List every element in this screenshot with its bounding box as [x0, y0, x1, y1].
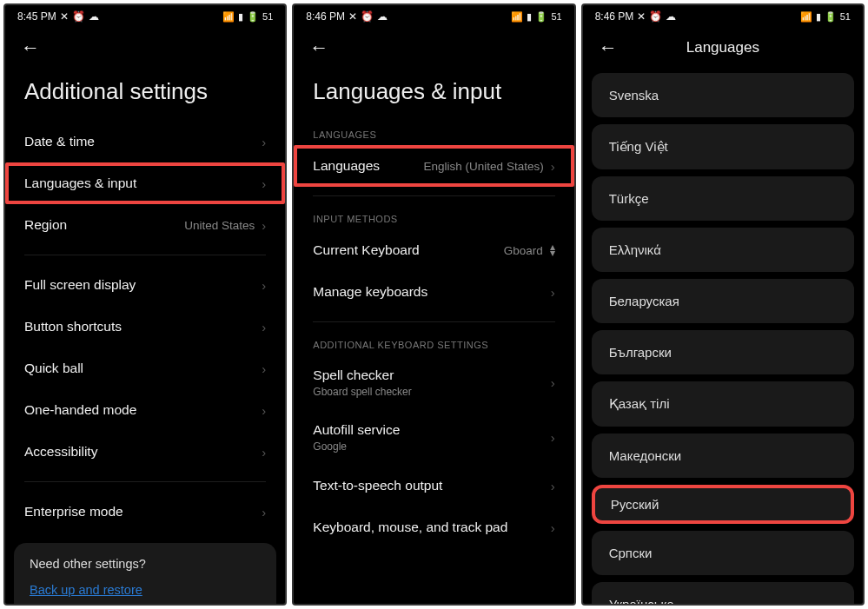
- chevron-right-icon: ›: [262, 505, 266, 520]
- settings-row[interactable]: Date & time›: [5, 121, 285, 162]
- divider: [24, 255, 266, 255]
- row-label: Quick ball: [24, 361, 83, 376]
- language-item[interactable]: Български: [592, 330, 854, 374]
- language-list: SvenskaTiếng ViệtTürkçeΕλληνικάБеларуска…: [583, 73, 863, 604]
- settings-row[interactable]: Text-to-speech output›: [294, 465, 573, 506]
- page-title: Additional settings: [5, 63, 285, 121]
- language-item[interactable]: Tiếng Việt: [592, 124, 854, 169]
- back-arrow-icon[interactable]: ←: [599, 36, 618, 59]
- chevron-right-icon: ›: [551, 479, 555, 493]
- language-item[interactable]: Русский: [592, 485, 854, 524]
- footer-link[interactable]: Back up and restore: [30, 583, 261, 597]
- language-item[interactable]: Беларуская: [592, 279, 854, 323]
- alarm-icon: ⏰: [72, 10, 85, 23]
- row-label: Accessibility: [24, 444, 97, 460]
- settings-row[interactable]: RegionUnited States›: [5, 204, 285, 246]
- chevron-right-icon: ›: [262, 278, 266, 293]
- alarm-icon: ⏰: [361, 10, 374, 23]
- section-label-input: INPUT METHODS: [294, 205, 573, 229]
- dnd-icon: ✕: [637, 10, 646, 23]
- alarm-icon: ⏰: [649, 10, 662, 23]
- language-item[interactable]: Türkçe: [592, 176, 854, 221]
- language-item[interactable]: Македонски: [592, 434, 854, 478]
- header: ←: [294, 28, 573, 63]
- language-item[interactable]: Ελληνικά: [592, 228, 854, 272]
- footer-question: Need other settings?: [30, 557, 261, 571]
- battery-icon: 🔋: [535, 11, 547, 23]
- settings-row[interactable]: Accessibility›: [5, 431, 285, 473]
- row-sublabel: Google: [313, 440, 400, 453]
- content: LANGUAGES Languages English (United Stat…: [294, 121, 573, 604]
- row-label: Full screen display: [24, 277, 136, 293]
- content: Date & time›Languages & input›RegionUnit…: [5, 121, 285, 604]
- settings-row[interactable]: Full screen display›: [5, 264, 285, 306]
- language-item[interactable]: Українська: [592, 582, 854, 604]
- row-label: Languages & input: [24, 175, 136, 191]
- row-value: United States: [184, 219, 255, 232]
- row-label: Text-to-speech output: [313, 478, 442, 493]
- row-label: Date & time: [24, 134, 95, 149]
- chevron-right-icon: ›: [262, 135, 266, 149]
- status-time: 8:46 PM: [306, 10, 345, 23]
- row-label: Autofill service: [313, 422, 400, 438]
- divider: [24, 481, 266, 482]
- cloud-icon: ☁: [89, 10, 99, 23]
- settings-row[interactable]: One-handed mode›: [5, 389, 285, 431]
- signal-icon: ▮: [816, 11, 821, 23]
- chevron-right-icon: ›: [262, 445, 266, 460]
- language-item[interactable]: Қазақ тілі: [592, 381, 854, 427]
- chevron-right-icon: ›: [551, 375, 555, 390]
- header: ←: [5, 28, 285, 63]
- settings-row[interactable]: Keyboard, mouse, and track pad›: [294, 506, 573, 548]
- row-label: Keyboard, mouse, and track pad: [313, 520, 507, 535]
- section-label-additional: ADDITIONAL KEYBOARD SETTINGS: [294, 331, 573, 355]
- status-bar: 8:45 PM ✕ ⏰ ☁ 📶 ▮ 🔋 51: [5, 5, 285, 28]
- settings-row[interactable]: Manage keyboards›: [294, 271, 573, 313]
- phone-screen-2: 8:46 PM ✕ ⏰ ☁ 📶 ▮ 🔋 51 ← Languages & inp…: [292, 3, 575, 606]
- battery-icon: 🔋: [247, 11, 259, 23]
- footer-card: Need other settings? Back up and restore: [14, 543, 276, 604]
- back-arrow-icon[interactable]: ←: [309, 36, 328, 59]
- row-label: Button shortcuts: [24, 319, 122, 334]
- status-time: 8:45 PM: [17, 10, 56, 23]
- chevron-right-icon: ›: [262, 176, 266, 191]
- settings-row[interactable]: Spell checkerGboard spell checker›: [294, 355, 573, 410]
- row-label: One-handed mode: [24, 402, 136, 418]
- wifi-icon: 📶: [222, 11, 235, 23]
- signal-icon: ▮: [238, 11, 243, 23]
- settings-row[interactable]: Current KeyboardGboard▴▾: [294, 229, 573, 271]
- settings-row[interactable]: Button shortcuts›: [5, 306, 285, 348]
- dnd-icon: ✕: [60, 10, 69, 23]
- row-languages[interactable]: Languages English (United States) ›: [294, 145, 573, 187]
- row-sublabel: Gboard spell checker: [313, 386, 411, 398]
- row-value: Gboard: [504, 244, 543, 257]
- status-time: 8:46 PM: [595, 10, 634, 23]
- phone-screen-3: 8:46 PM ✕ ⏰ ☁ 📶 ▮ 🔋 51 ← Languages Svens…: [581, 3, 865, 606]
- status-bar: 8:46 PM ✕ ⏰ ☁ 📶 ▮ 🔋 51: [294, 5, 573, 28]
- cloud-icon: ☁: [666, 10, 676, 23]
- settings-row[interactable]: Enterprise mode›: [5, 491, 285, 533]
- row-value: English (United States): [424, 160, 544, 173]
- settings-row[interactable]: Autofill serviceGoogle›: [294, 410, 573, 465]
- battery-pct: 51: [262, 11, 273, 22]
- content: SvenskaTiếng ViệtTürkçeΕλληνικάБеларуска…: [583, 63, 863, 604]
- settings-row[interactable]: Quick ball›: [5, 348, 285, 389]
- chevron-right-icon: ›: [262, 403, 266, 418]
- page-title: Languages & input: [294, 63, 573, 121]
- row-label: Current Keyboard: [313, 242, 419, 258]
- updown-icon: ▴▾: [550, 244, 555, 256]
- back-arrow-icon[interactable]: ←: [21, 36, 40, 59]
- row-label: Spell checker: [313, 367, 411, 383]
- chevron-right-icon: ›: [262, 320, 266, 334]
- battery-icon: 🔋: [825, 11, 837, 23]
- divider: [313, 321, 554, 322]
- dnd-icon: ✕: [348, 10, 357, 23]
- battery-pct: 51: [551, 11, 561, 22]
- chevron-right-icon: ›: [551, 285, 555, 300]
- wifi-icon: 📶: [800, 11, 812, 23]
- header-title: Languages: [583, 39, 863, 56]
- language-item[interactable]: Српски: [592, 531, 854, 575]
- chevron-right-icon: ›: [551, 430, 555, 445]
- language-item[interactable]: Svenska: [592, 73, 854, 117]
- settings-row[interactable]: Languages & input›: [5, 162, 285, 204]
